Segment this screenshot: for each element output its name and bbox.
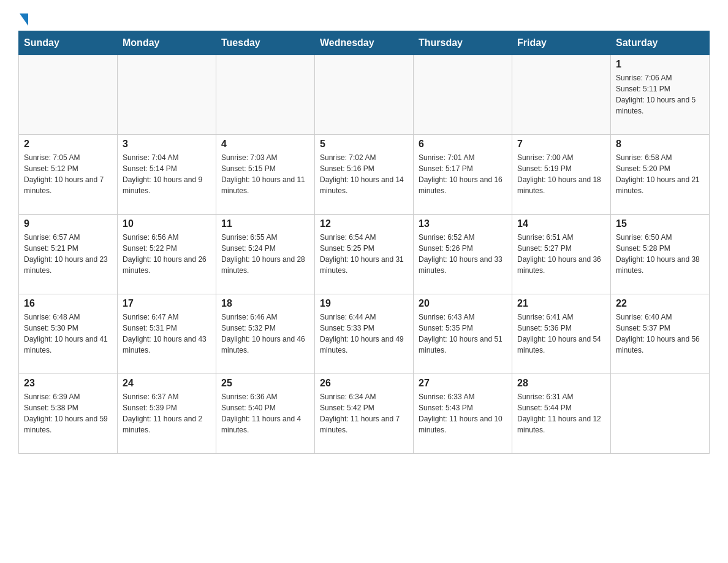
calendar-cell: 6Sunrise: 7:01 AM Sunset: 5:17 PM Daylig… <box>414 135 512 215</box>
calendar-table: SundayMondayTuesdayWednesdayThursdayFrid… <box>18 31 710 454</box>
calendar-cell: 26Sunrise: 6:34 AM Sunset: 5:42 PM Dayli… <box>315 374 414 454</box>
day-info: Sunrise: 7:01 AM Sunset: 5:17 PM Dayligh… <box>419 152 507 196</box>
calendar-cell: 22Sunrise: 6:40 AM Sunset: 5:37 PM Dayli… <box>611 294 710 374</box>
day-info: Sunrise: 6:31 AM Sunset: 5:44 PM Dayligh… <box>517 391 605 435</box>
day-number: 6 <box>419 139 507 150</box>
calendar-cell: 21Sunrise: 6:41 AM Sunset: 5:36 PM Dayli… <box>512 294 611 374</box>
calendar-week-row: 1Sunrise: 7:06 AM Sunset: 5:11 PM Daylig… <box>19 55 710 135</box>
day-info: Sunrise: 7:04 AM Sunset: 5:14 PM Dayligh… <box>123 152 211 196</box>
day-of-week-header: Wednesday <box>315 31 414 55</box>
day-number: 26 <box>320 378 408 389</box>
calendar-cell: 19Sunrise: 6:44 AM Sunset: 5:33 PM Dayli… <box>315 294 414 374</box>
calendar-cell: 9Sunrise: 6:57 AM Sunset: 5:21 PM Daylig… <box>19 215 118 294</box>
day-info: Sunrise: 6:36 AM Sunset: 5:40 PM Dayligh… <box>221 391 309 435</box>
day-info: Sunrise: 6:56 AM Sunset: 5:22 PM Dayligh… <box>123 232 211 276</box>
day-info: Sunrise: 6:54 AM Sunset: 5:25 PM Dayligh… <box>320 232 408 276</box>
calendar-cell <box>118 55 216 135</box>
day-number: 8 <box>616 139 704 150</box>
day-info: Sunrise: 6:39 AM Sunset: 5:38 PM Dayligh… <box>24 391 112 435</box>
day-info: Sunrise: 6:34 AM Sunset: 5:42 PM Dayligh… <box>320 391 408 435</box>
day-info: Sunrise: 7:05 AM Sunset: 5:12 PM Dayligh… <box>24 152 112 196</box>
day-number: 22 <box>616 298 704 309</box>
day-info: Sunrise: 6:33 AM Sunset: 5:43 PM Dayligh… <box>419 391 507 435</box>
calendar-week-row: 9Sunrise: 6:57 AM Sunset: 5:21 PM Daylig… <box>19 215 710 294</box>
day-info: Sunrise: 7:00 AM Sunset: 5:19 PM Dayligh… <box>517 152 605 196</box>
calendar-cell: 12Sunrise: 6:54 AM Sunset: 5:25 PM Dayli… <box>315 215 414 294</box>
day-info: Sunrise: 6:50 AM Sunset: 5:28 PM Dayligh… <box>616 232 704 276</box>
day-number: 9 <box>24 218 112 229</box>
calendar-cell: 15Sunrise: 6:50 AM Sunset: 5:28 PM Dayli… <box>611 215 710 294</box>
day-number: 5 <box>320 139 408 150</box>
calendar-cell <box>414 55 512 135</box>
day-info: Sunrise: 6:40 AM Sunset: 5:37 PM Dayligh… <box>616 312 704 356</box>
calendar-cell <box>19 55 118 135</box>
calendar-cell: 5Sunrise: 7:02 AM Sunset: 5:16 PM Daylig… <box>315 135 414 215</box>
day-number: 1 <box>616 59 704 70</box>
day-info: Sunrise: 6:44 AM Sunset: 5:33 PM Dayligh… <box>320 312 408 356</box>
day-info: Sunrise: 6:37 AM Sunset: 5:39 PM Dayligh… <box>123 391 211 435</box>
day-number: 23 <box>24 378 112 389</box>
day-info: Sunrise: 7:06 AM Sunset: 5:11 PM Dayligh… <box>616 72 704 117</box>
calendar-cell: 20Sunrise: 6:43 AM Sunset: 5:35 PM Dayli… <box>414 294 512 374</box>
day-info: Sunrise: 6:48 AM Sunset: 5:30 PM Dayligh… <box>24 312 112 356</box>
calendar-cell: 25Sunrise: 6:36 AM Sunset: 5:40 PM Dayli… <box>216 374 315 454</box>
calendar-week-row: 2Sunrise: 7:05 AM Sunset: 5:12 PM Daylig… <box>19 135 710 215</box>
calendar-cell: 13Sunrise: 6:52 AM Sunset: 5:26 PM Dayli… <box>414 215 512 294</box>
day-of-week-header: Saturday <box>611 31 710 55</box>
day-number: 24 <box>123 378 211 389</box>
day-number: 21 <box>517 298 605 309</box>
day-of-week-header: Thursday <box>414 31 512 55</box>
calendar-week-row: 23Sunrise: 6:39 AM Sunset: 5:38 PM Dayli… <box>19 374 710 454</box>
calendar-cell <box>611 374 710 454</box>
logo <box>18 12 28 25</box>
day-info: Sunrise: 6:57 AM Sunset: 5:21 PM Dayligh… <box>24 232 112 276</box>
calendar-cell: 10Sunrise: 6:56 AM Sunset: 5:22 PM Dayli… <box>118 215 216 294</box>
day-info: Sunrise: 6:43 AM Sunset: 5:35 PM Dayligh… <box>419 312 507 356</box>
day-info: Sunrise: 6:55 AM Sunset: 5:24 PM Dayligh… <box>221 232 309 276</box>
calendar-cell <box>512 55 611 135</box>
day-number: 14 <box>517 218 605 229</box>
calendar-cell: 3Sunrise: 7:04 AM Sunset: 5:14 PM Daylig… <box>118 135 216 215</box>
day-number: 10 <box>123 218 211 229</box>
day-number: 16 <box>24 298 112 309</box>
day-of-week-header: Monday <box>118 31 216 55</box>
day-number: 13 <box>419 218 507 229</box>
day-of-week-header: Sunday <box>19 31 118 55</box>
calendar-cell: 23Sunrise: 6:39 AM Sunset: 5:38 PM Dayli… <box>19 374 118 454</box>
page-header <box>18 12 710 25</box>
day-info: Sunrise: 6:46 AM Sunset: 5:32 PM Dayligh… <box>221 312 309 356</box>
day-number: 19 <box>320 298 408 309</box>
calendar-cell: 17Sunrise: 6:47 AM Sunset: 5:31 PM Dayli… <box>118 294 216 374</box>
day-number: 12 <box>320 218 408 229</box>
day-of-week-header: Friday <box>512 31 611 55</box>
day-info: Sunrise: 6:58 AM Sunset: 5:20 PM Dayligh… <box>616 152 704 196</box>
calendar-cell: 4Sunrise: 7:03 AM Sunset: 5:15 PM Daylig… <box>216 135 315 215</box>
day-number: 20 <box>419 298 507 309</box>
day-info: Sunrise: 6:51 AM Sunset: 5:27 PM Dayligh… <box>517 232 605 276</box>
day-info: Sunrise: 7:03 AM Sunset: 5:15 PM Dayligh… <box>221 152 309 196</box>
calendar-header-row: SundayMondayTuesdayWednesdayThursdayFrid… <box>19 31 710 55</box>
calendar-cell: 2Sunrise: 7:05 AM Sunset: 5:12 PM Daylig… <box>19 135 118 215</box>
calendar-cell: 24Sunrise: 6:37 AM Sunset: 5:39 PM Dayli… <box>118 374 216 454</box>
calendar-cell: 28Sunrise: 6:31 AM Sunset: 5:44 PM Dayli… <box>512 374 611 454</box>
calendar-cell: 8Sunrise: 6:58 AM Sunset: 5:20 PM Daylig… <box>611 135 710 215</box>
day-number: 17 <box>123 298 211 309</box>
calendar-cell <box>315 55 414 135</box>
day-info: Sunrise: 7:02 AM Sunset: 5:16 PM Dayligh… <box>320 152 408 196</box>
day-info: Sunrise: 6:41 AM Sunset: 5:36 PM Dayligh… <box>517 312 605 356</box>
day-info: Sunrise: 6:52 AM Sunset: 5:26 PM Dayligh… <box>419 232 507 276</box>
day-number: 27 <box>419 378 507 389</box>
calendar-week-row: 16Sunrise: 6:48 AM Sunset: 5:30 PM Dayli… <box>19 294 710 374</box>
calendar-cell: 11Sunrise: 6:55 AM Sunset: 5:24 PM Dayli… <box>216 215 315 294</box>
day-number: 4 <box>221 139 309 150</box>
day-number: 2 <box>24 139 112 150</box>
calendar-cell: 18Sunrise: 6:46 AM Sunset: 5:32 PM Dayli… <box>216 294 315 374</box>
calendar-cell: 27Sunrise: 6:33 AM Sunset: 5:43 PM Dayli… <box>414 374 512 454</box>
calendar-cell: 7Sunrise: 7:00 AM Sunset: 5:19 PM Daylig… <box>512 135 611 215</box>
day-number: 25 <box>221 378 309 389</box>
calendar-cell: 1Sunrise: 7:06 AM Sunset: 5:11 PM Daylig… <box>611 55 710 135</box>
day-number: 7 <box>517 139 605 150</box>
day-number: 28 <box>517 378 605 389</box>
day-number: 15 <box>616 218 704 229</box>
logo-arrow-icon <box>20 13 28 26</box>
